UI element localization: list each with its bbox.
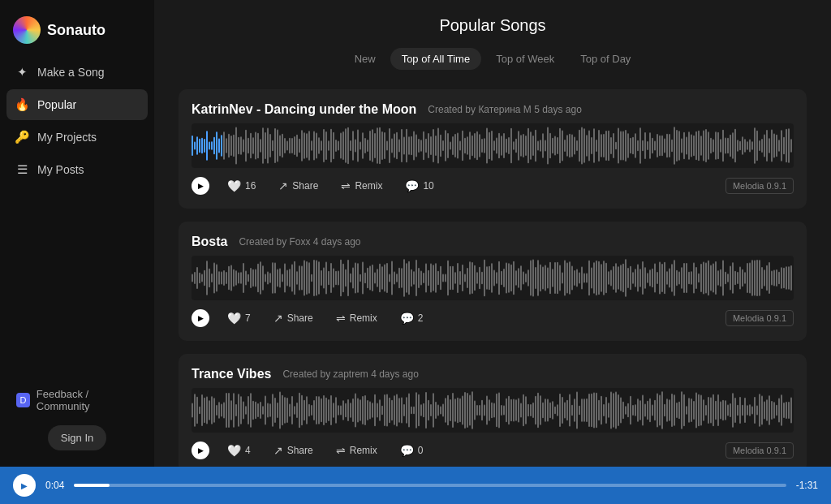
sidebar-bottom: D Feedback / Community Sign In — [0, 372, 154, 457]
sidebar-item-popular[interactable]: 🔥 Popular — [6, 89, 148, 120]
sidebar: Sonauto ✦ Make a Song 🔥 Popular 🔑 My Pro… — [0, 0, 154, 467]
like-count-3: 4 — [245, 445, 251, 456]
like-button-3[interactable]: 🤍 4 — [222, 441, 256, 460]
song-header-2: Bosta Created by Foxx 4 days ago — [192, 235, 794, 249]
song-title-2: Bosta — [192, 235, 227, 249]
comment-button-3[interactable]: 💬 0 — [395, 441, 428, 460]
main-content: Popular Songs New Top of All Time Top of… — [154, 0, 831, 467]
comment-count-2: 2 — [418, 312, 424, 324]
song-meta-2: Created by Foxx 4 days ago — [239, 236, 360, 248]
popular-icon: 🔥 — [15, 97, 29, 112]
app-name: Sonauto — [47, 22, 105, 39]
share-label-3: Share — [287, 445, 313, 456]
share-button-1[interactable]: ↗ Share — [273, 176, 323, 196]
remix-label-3: Remix — [350, 445, 377, 456]
player-play-button[interactable]: ▶ — [13, 474, 36, 497]
heart-icon-1: 🤍 — [227, 179, 241, 192]
song-controls-3: ▶ 🤍 4 ↗ Share ⇌ Remix 💬 0 Melodia 0.9. — [192, 441, 794, 460]
share-label-1: Share — [292, 180, 318, 192]
feedback-button[interactable]: D Feedback / Community — [10, 381, 144, 419]
my-posts-icon: ☰ — [15, 162, 29, 177]
remix-button-3[interactable]: ⇌ Remix — [331, 441, 382, 460]
share-icon-3: ↗ — [273, 444, 283, 457]
song-meta-3: Created by zaptrem 4 days ago — [282, 368, 418, 380]
feedback-label: Feedback / Community — [37, 388, 138, 412]
remix-icon-2: ⇌ — [336, 312, 346, 325]
sidebar-item-label-my-projects: My Projects — [37, 131, 97, 144]
sidebar-nav: ✦ Make a Song 🔥 Popular 🔑 My Projects ☰ … — [0, 57, 154, 185]
logo-icon — [13, 16, 41, 44]
version-badge-1: Melodia 0.9.1 — [726, 178, 794, 194]
tab-top-all-time[interactable]: Top of All Time — [390, 48, 482, 70]
comment-button-2[interactable]: 💬 2 — [395, 308, 428, 328]
tab-new[interactable]: New — [343, 48, 387, 70]
comment-icon-1: 💬 — [405, 179, 419, 192]
play-button-2[interactable]: ▶ — [192, 309, 209, 327]
play-button-1[interactable]: ▶ — [192, 177, 209, 195]
remix-icon-1: ⇌ — [341, 179, 351, 192]
comment-count-3: 0 — [418, 445, 424, 456]
my-projects-icon: 🔑 — [15, 130, 29, 144]
song-title-3: Trance Vibes — [192, 367, 271, 381]
remix-button-1[interactable]: ⇌ Remix — [336, 176, 387, 196]
player-progress-bar[interactable] — [74, 484, 786, 487]
song-meta-1: Created by Катерина М 5 days ago — [428, 104, 582, 115]
sidebar-item-label-popular: Popular — [37, 98, 76, 111]
discord-icon: D — [16, 393, 30, 407]
song-header-3: Trance Vibes Created by zaptrem 4 days a… — [192, 367, 794, 381]
player-end-time: -1:31 — [796, 480, 818, 491]
sidebar-item-my-posts[interactable]: ☰ My Posts — [6, 154, 148, 185]
song-card-2: Bosta Created by Foxx 4 days ago ▶ 🤍 7 ↗… — [179, 222, 807, 341]
sidebar-item-my-projects[interactable]: 🔑 My Projects — [6, 122, 148, 153]
comment-icon-3: 💬 — [400, 444, 414, 457]
waveform-1[interactable] — [192, 123, 794, 168]
make-song-icon: ✦ — [15, 65, 29, 80]
remix-button-2[interactable]: ⇌ Remix — [331, 308, 382, 328]
remix-icon-3: ⇌ — [336, 444, 346, 457]
share-icon-2: ↗ — [273, 312, 283, 325]
logo: Sonauto — [0, 10, 154, 57]
comment-icon-2: 💬 — [400, 312, 414, 325]
sidebar-item-label-my-posts: My Posts — [37, 163, 84, 176]
tab-bar: New Top of All Time Top of Week Top of D… — [179, 48, 807, 70]
share-label-2: Share — [287, 312, 313, 324]
page-title: Popular Songs — [179, 16, 807, 35]
bottom-player: ▶ 0:04 -1:31 — [0, 467, 831, 504]
like-button-2[interactable]: 🤍 7 — [222, 308, 256, 328]
song-card-3: Trance Vibes Created by zaptrem 4 days a… — [179, 354, 807, 467]
waveform-3[interactable] — [192, 388, 794, 433]
version-badge-2: Melodia 0.9.1 — [726, 310, 794, 326]
share-button-2[interactable]: ↗ Share — [269, 308, 318, 328]
tab-top-day[interactable]: Top of Day — [569, 48, 642, 70]
song-controls-2: ▶ 🤍 7 ↗ Share ⇌ Remix 💬 2 Melodia 0.9. — [192, 308, 794, 328]
share-button-3[interactable]: ↗ Share — [269, 441, 318, 460]
song-controls-1: ▶ 🤍 16 ↗ Share ⇌ Remix 💬 10 Melodia 0. — [192, 176, 794, 196]
comment-count-1: 10 — [423, 180, 433, 192]
sidebar-item-make-a-song[interactable]: ✦ Make a Song — [6, 57, 148, 88]
like-button-1[interactable]: 🤍 16 — [222, 176, 260, 196]
remix-label-1: Remix — [355, 180, 382, 192]
remix-label-2: Remix — [350, 312, 377, 324]
song-card-1: KatrinNev - Dancing under the Moon Creat… — [179, 89, 807, 209]
sign-in-button[interactable]: Sign In — [48, 425, 106, 450]
comment-button-1[interactable]: 💬 10 — [400, 176, 438, 196]
version-badge-3: Melodia 0.9.1 — [726, 442, 794, 459]
player-progress-fill — [74, 484, 110, 487]
heart-icon-3: 🤍 — [227, 444, 241, 457]
like-count-1: 16 — [245, 180, 256, 192]
tab-top-week[interactable]: Top of Week — [484, 48, 566, 70]
share-icon-1: ↗ — [278, 179, 288, 192]
player-current-time: 0:04 — [45, 480, 64, 491]
play-button-3[interactable]: ▶ — [192, 442, 209, 459]
song-title-1: KatrinNev - Dancing under the Moon — [192, 102, 416, 117]
song-header-1: KatrinNev - Dancing under the Moon Creat… — [192, 102, 794, 117]
waveform-2[interactable] — [192, 256, 794, 300]
heart-icon-2: 🤍 — [227, 312, 241, 325]
sidebar-item-label-make-a-song: Make a Song — [37, 66, 105, 79]
like-count-2: 7 — [245, 312, 251, 324]
